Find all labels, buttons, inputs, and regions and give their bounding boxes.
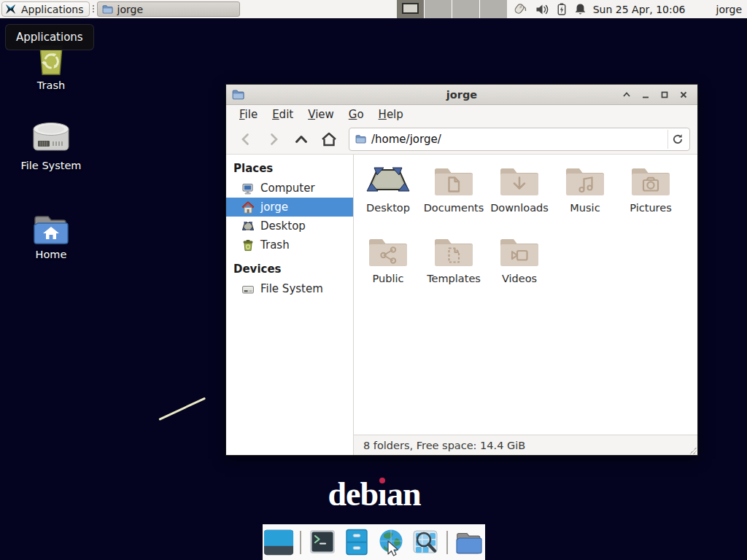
menu-view[interactable]: View (301, 106, 341, 123)
file-item-music[interactable]: Music (552, 163, 618, 234)
menu-go[interactable]: Go (341, 106, 371, 123)
desktop-icon-home[interactable]: Home (18, 212, 85, 260)
computer-icon (241, 182, 255, 195)
trash-icon (241, 239, 255, 252)
path-folder-icon (355, 134, 366, 144)
titlebar[interactable]: jorge (226, 85, 697, 105)
show-desktop-button[interactable] (263, 527, 294, 558)
minimize-button[interactable] (638, 88, 654, 102)
sidebar-item-file-system[interactable]: File System (226, 279, 353, 298)
folder-music-icon (562, 163, 608, 200)
file-item-label: Videos (487, 273, 552, 284)
desktop-icon-label: File System (18, 160, 85, 171)
file-cabinet-icon (344, 529, 369, 556)
applications-tooltip: Applications (5, 24, 94, 50)
sidebar-item-computer[interactable]: Computer (226, 179, 353, 198)
folder-pictures-icon (628, 163, 673, 200)
top-panel: Applications jorge (0, 0, 747, 19)
file-view[interactable]: Desktop Documents (354, 155, 697, 435)
wallpaper-artifact-line (158, 397, 206, 421)
application-finder-launcher[interactable] (410, 527, 441, 558)
window-controls (619, 88, 692, 102)
maximize-button[interactable] (657, 88, 673, 102)
drive-icon (241, 283, 255, 295)
reload-button[interactable] (667, 130, 686, 149)
desktop-icon-file-system[interactable]: File System (18, 119, 85, 171)
home-button[interactable] (317, 128, 341, 150)
sidebar-item-label: Trash (260, 238, 290, 252)
dock-separator (300, 531, 301, 554)
sidebar-item-jorge[interactable]: jorge (226, 198, 353, 217)
folder-downloads-icon (497, 163, 542, 200)
forward-button[interactable] (261, 128, 286, 150)
file-item-label: Downloads (487, 202, 552, 214)
workspace-1[interactable] (397, 0, 425, 18)
content-column: Desktop Documents (354, 155, 697, 455)
file-item-pictures[interactable]: Pictures (618, 163, 684, 234)
home-folder-launcher[interactable] (454, 527, 484, 558)
terminal-icon (309, 529, 336, 556)
panel-username: jorge (716, 4, 742, 15)
wordmark-dotless-i: ı (378, 475, 387, 513)
menu-file[interactable]: File (232, 106, 265, 123)
folder-videos-icon (497, 234, 542, 271)
web-browser-launcher[interactable] (376, 527, 406, 558)
workspace-window-thumb (402, 3, 419, 14)
back-button[interactable] (233, 128, 258, 150)
file-manager-launcher[interactable] (341, 527, 372, 558)
menu-edit[interactable]: Edit (265, 106, 301, 123)
file-item-label: Public (355, 273, 421, 284)
workspace-2[interactable] (425, 0, 452, 18)
file-item-label: Templates (421, 273, 487, 284)
menubar: File Edit View Go Help (226, 105, 697, 124)
terminal-launcher[interactable] (307, 527, 338, 558)
up-button[interactable] (289, 128, 314, 150)
battery-charging-icon[interactable] (557, 3, 567, 15)
folder-documents-icon (431, 163, 476, 200)
taskbar-window-button[interactable]: jorge (97, 1, 240, 17)
mouse-tray-icon[interactable] (513, 3, 528, 15)
path-input[interactable]: /home/jorge/ (371, 133, 662, 146)
back-icon (238, 131, 254, 147)
dock-separator (446, 531, 448, 554)
file-item-downloads[interactable]: Downloads (487, 163, 552, 234)
statusbar: 8 folders, Free space: 14.4 GiB (354, 435, 697, 455)
shade-icon (622, 90, 631, 99)
wordmark-post: an (387, 475, 421, 513)
xfce-logo-icon (5, 4, 18, 15)
folder-templates-icon (431, 234, 476, 271)
workspace-switcher[interactable] (397, 0, 507, 18)
dock (263, 524, 485, 560)
sidebar-item-label: Desktop (260, 219, 306, 233)
notifications-bell-icon[interactable] (574, 3, 587, 15)
toolbar: /home/jorge/ (226, 124, 697, 155)
file-item-templates[interactable]: Templates (421, 234, 487, 305)
home-icon (320, 131, 338, 147)
sidebar-item-trash[interactable]: Trash (226, 236, 353, 254)
file-item-label: Music (552, 202, 618, 214)
file-item-documents[interactable]: Documents (421, 163, 487, 234)
file-item-desktop[interactable]: Desktop (355, 163, 421, 234)
sidebar: Places Computer (226, 155, 354, 455)
applications-menu-button[interactable]: Applications (1, 1, 90, 17)
workspace-3[interactable] (452, 0, 480, 18)
user-home-icon (241, 201, 255, 214)
close-button[interactable] (676, 88, 692, 102)
close-icon (679, 90, 688, 99)
file-item-videos[interactable]: Videos (487, 234, 552, 305)
file-manager-window: jorge File Edit View Go Help (225, 84, 698, 456)
menu-help[interactable]: Help (371, 106, 411, 123)
path-bar[interactable]: /home/jorge/ (349, 128, 690, 151)
sidebar-item-desktop[interactable]: Desktop (226, 217, 353, 236)
folder-icon (102, 4, 113, 14)
resize-grip[interactable] (689, 447, 697, 454)
shade-button[interactable] (619, 88, 635, 102)
reload-icon (672, 133, 684, 145)
panel-handle[interactable] (92, 4, 96, 14)
file-item-public[interactable]: Public (355, 234, 421, 305)
clock[interactable]: Sun 25 Apr, 10:06 (593, 4, 686, 15)
volume-icon[interactable] (535, 4, 549, 15)
file-item-label: Pictures (618, 202, 684, 214)
workspace-4[interactable] (480, 0, 507, 18)
sidebar-places-header: Places (226, 159, 353, 179)
